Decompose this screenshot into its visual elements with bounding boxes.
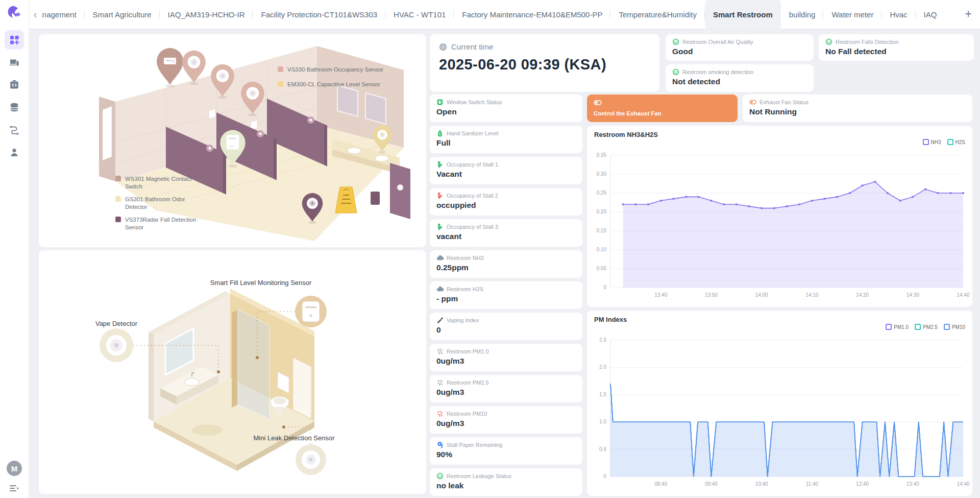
current-time-card: Current time 2025-06-20 09:39 (KSA) (430, 34, 659, 92)
dashboard-grid-icon (9, 34, 20, 45)
status-card-window-switch-status: Window Switch Status Open (430, 94, 582, 122)
collapse-sidebar-icon[interactable] (9, 483, 20, 494)
tab-iaq-am319-hcho-ir[interactable]: IAQ_AM319-HCHO-IR (160, 0, 253, 29)
tab-iaq[interactable]: IAQ (916, 0, 945, 29)
legend-marker (886, 324, 892, 330)
status-card-restroom-pm1-0: Restroom PM1.0 0ug/m3 (430, 344, 582, 371)
stall-detail-panel: Smart Fill Level Monitoring Sensor Vape … (39, 250, 426, 494)
tab-hvac[interactable]: Hvac (881, 0, 915, 29)
legend-swatch (115, 217, 121, 222)
pm-icon (436, 410, 444, 417)
svg-text:12:40: 12:40 (856, 481, 869, 487)
toggle-icon (749, 99, 756, 106)
sidebar-bottom: M (0, 461, 29, 494)
status-card-occupancy-of-stall-2: Occupancy of Stall 2 occuppied (430, 188, 582, 216)
svg-text:14:40: 14:40 (957, 481, 969, 487)
sidebar-item-workflow[interactable] (5, 120, 24, 139)
svg-text:0.05: 0.05 (597, 266, 607, 271)
legend-swatch (278, 66, 283, 72)
chart-title: Restroom NH3&H2S (594, 131, 658, 138)
exhaust-fan-status-value: Not Running (749, 107, 966, 116)
svg-text:10:40: 10:40 (755, 481, 768, 487)
svg-text:1.0: 1.0 (599, 419, 606, 424)
pm-icon (436, 379, 444, 386)
cloud-icon (436, 254, 444, 262)
svg-text:0.15: 0.15 (597, 228, 607, 233)
status-card-occupancy-of-stall-1: Occupancy of Stall 1 Vacant (430, 157, 582, 184)
tab-hvac-wt101[interactable]: HVAC - WT101 (385, 0, 454, 29)
air-quality-card: Restroom Overall Air Quality Good (666, 34, 814, 61)
sidebar-item-devices[interactable] (5, 53, 24, 72)
tab-management[interactable]: Management (42, 0, 85, 29)
svg-text:14:10: 14:10 (805, 292, 818, 298)
app-logo[interactable] (6, 4, 23, 21)
falls-detection-card: Restroom Falls Detection No Fall detecte… (819, 34, 974, 61)
sidebar-item-users[interactable] (5, 143, 24, 162)
sensor-legend-right: VS330 Bathroom Occupancy Sensor EM300-CL… (278, 66, 383, 88)
add-dashboard-button[interactable]: + (957, 0, 980, 29)
leak-sensor-device (296, 444, 326, 475)
legend-item-h2s[interactable]: H2S (947, 139, 965, 145)
svg-text:0.10: 0.10 (597, 247, 607, 252)
status-card-stall-paper-remaining: Stall Paper Remaining 90% (430, 437, 582, 465)
tab-facility-protection-ct101-ws303[interactable]: Facility Protection-CT101&WS303 (253, 0, 385, 29)
tab-temperature-humidity[interactable]: Temperature&Humidity (610, 0, 705, 29)
pm-index-plot: 00.51.01.52.02.508:4009:4010:4011:4012:4… (587, 333, 972, 494)
sidebar: M (0, 0, 29, 498)
tab-smart-agriculture[interactable]: Smart Agriculture (85, 0, 160, 29)
legend-item-nh3[interactable]: NH3 (923, 139, 941, 145)
air-quality-value: Good (672, 47, 807, 56)
database-icon (9, 102, 20, 113)
status-card-restroom-pm2-5: Restroom PM2.5 0ug/m3 (430, 375, 582, 402)
sidebar-item-applications[interactable] (5, 75, 24, 94)
legend-marker (915, 324, 921, 330)
smoking-detection-card: Restroom smoking detection Not detected (666, 64, 814, 92)
sidebar-item-dashboard[interactable] (5, 30, 24, 50)
smiley-icon (672, 38, 679, 45)
pm-index-chart-card: PM Indexs PM1.0PM2.5PM10 00.51.01.52.02.… (587, 311, 972, 496)
legend-item-pm1-0[interactable]: PM1.0 (886, 324, 909, 330)
svg-text:14:00: 14:00 (755, 292, 768, 298)
smiley-icon (825, 38, 832, 45)
smiley-icon (672, 68, 679, 76)
legend-item-pm2-5[interactable]: PM2.5 (915, 324, 938, 330)
status-card-hand-sanitizer-level: Hand Sanitizer Level Full (430, 126, 582, 153)
chart-title: PM Indexs (594, 316, 627, 323)
legend-item-pm10[interactable]: PM10 (944, 324, 965, 330)
legend-marker (944, 324, 950, 330)
status-card-restroom-pm10: Restroom PM10 0ug/m3 (430, 406, 582, 434)
svg-text:0: 0 (603, 473, 606, 479)
tab-water-meter[interactable]: Water meter (823, 0, 881, 29)
svg-text:13:40: 13:40 (654, 292, 667, 298)
devices-icon (9, 57, 20, 68)
tabs-scroll-left-button[interactable]: ‹ (29, 0, 42, 29)
control-exhaust-fan-button[interactable]: Control the Exhaust Fan (587, 94, 738, 122)
sidebar-item-data[interactable] (5, 98, 24, 117)
avatar[interactable]: M (7, 461, 22, 476)
sanitizer-icon (436, 130, 444, 137)
legend-gs301-bathroom-odor-detector: GS301 Bathroom Odor Detector (115, 196, 197, 211)
workflow-icon (9, 124, 20, 135)
tab-building[interactable]: building (781, 0, 824, 29)
toilet-icon (436, 161, 444, 168)
svg-text:0.30: 0.30 (597, 171, 607, 177)
svg-text:14:20: 14:20 (856, 292, 869, 298)
tab-factory-maintenance-em410-em500-pp[interactable]: Factory Maintenance-EM410&EM500-PP (454, 0, 610, 29)
current-time-value: 2025-06-20 09:39 (KSA) (439, 56, 650, 73)
dashboard-tabbar: ‹ Management Smart Agriculture IAQ_AM319… (29, 0, 980, 29)
svg-text:0: 0 (603, 284, 606, 290)
content: VS330 Bathroom Occupancy Sensor EM300-CL… (29, 29, 980, 498)
globe-icon (439, 43, 447, 51)
svg-text:11:40: 11:40 (806, 481, 819, 487)
legend-vs330-bathroom-occupancy-sensor: VS330 Bathroom Occupancy Sensor (278, 66, 383, 74)
current-time-header: Current time (439, 42, 650, 51)
svg-text:2.0: 2.0 (599, 364, 606, 370)
window-switch-icon (436, 99, 444, 106)
svg-text:1.5: 1.5 (599, 392, 606, 397)
svg-text:0.25: 0.25 (597, 190, 607, 196)
tab-smart-restroom[interactable]: Smart Restroom (705, 0, 781, 29)
svg-text:0.5: 0.5 (599, 446, 606, 452)
svg-text:08:40: 08:40 (654, 481, 667, 487)
svg-text:0.35: 0.35 (597, 152, 607, 158)
restroom-overview-panel: VS330 Bathroom Occupancy Sensor EM300-CL… (39, 34, 426, 247)
